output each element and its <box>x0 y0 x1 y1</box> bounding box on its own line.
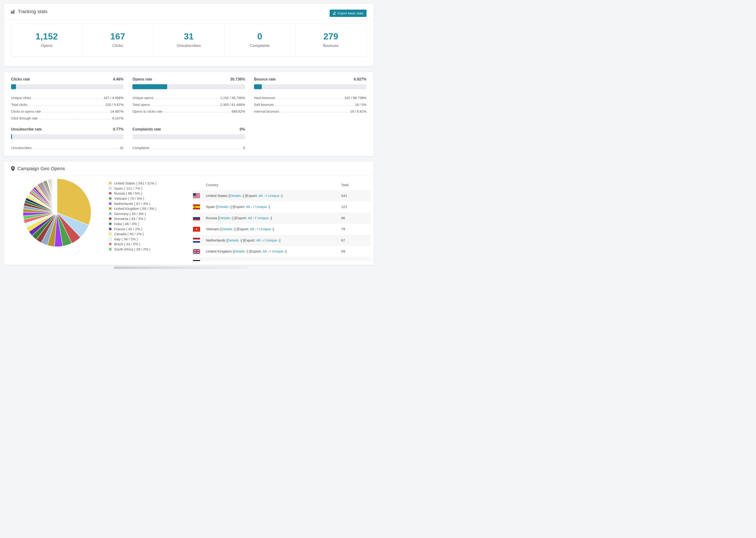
stat-line: Unique opens1,152 / 30.736% <box>133 93 245 100</box>
legend-swatch <box>108 232 112 236</box>
progress-bar-clicks <box>11 84 124 89</box>
progress-bar-unsubscribe <box>11 134 124 139</box>
export-all-link[interactable]: All › <box>246 205 252 209</box>
country-name: Russia [ <box>206 216 219 220</box>
separator-text: / <box>256 227 259 231</box>
total-cell: 59 <box>341 249 371 253</box>
separator-text: / <box>254 216 257 220</box>
export-all-link[interactable]: All › <box>262 249 269 253</box>
stat-label: Complaints <box>133 146 149 150</box>
export-unique-link[interactable]: Unique › <box>257 216 271 220</box>
legend-swatch <box>108 202 112 205</box>
details-link[interactable]: Details › <box>219 216 233 220</box>
progress-bar-fill <box>11 84 16 89</box>
stat-label: Unsubscribes <box>11 146 32 150</box>
country-name: United States [ <box>206 194 230 198</box>
progress-bar-fill <box>11 134 12 139</box>
details-link[interactable]: Details › <box>223 260 236 261</box>
legend-item[interactable]: Russia ( 86 / 5% ) <box>108 191 156 196</box>
export-all-link[interactable]: All › <box>250 227 256 231</box>
stat-line: Total opens2,303 / 61.446% <box>133 100 245 107</box>
export-all-link[interactable]: All › <box>248 216 254 220</box>
stat-line: Opens to clicks rate689.82% <box>133 107 245 113</box>
campaign-geo-opens-card: Campaign Geo Opens United States ( 541 /… <box>4 161 374 265</box>
legend-item[interactable]: Germany ( 55 / 3% ) <box>108 211 156 216</box>
bracket-text: ] <box>269 205 270 209</box>
legend-item[interactable]: Netherlands ( 67 / 4% ) <box>108 201 156 206</box>
stat-label: Total clicks <box>11 103 27 107</box>
legend-item[interactable]: India ( 46 / 3% ) <box>108 221 156 227</box>
bracket-text: ] [Export: <box>233 216 248 220</box>
horizontal-scrollbar[interactable] <box>114 266 248 269</box>
legend-item[interactable]: South Africa ( 29 / 2% ) <box>108 247 156 252</box>
export-unique-link[interactable]: Unique › <box>255 205 269 209</box>
legend-item[interactable]: France ( 42 / 2% ) <box>108 226 156 232</box>
rate-head: Complaints rate0% <box>133 127 245 132</box>
progress-bar-bounce <box>254 84 366 89</box>
legend-item[interactable]: Canada ( 40 / 2% ) <box>108 232 156 237</box>
legend-item[interactable]: United Kingdom ( 59 / 3% ) <box>108 206 156 211</box>
rate-block-unsubscribe: Unsubscribe rate0.77%Unsubscribes31 <box>11 127 124 150</box>
export-unique-link[interactable]: Unique › <box>259 227 273 231</box>
stat-label: Hard bounces <box>254 96 275 100</box>
rate-title: Bounce rate <box>254 77 276 81</box>
stat-line: Complaints0 <box>133 143 245 150</box>
page-title: Tracking stats <box>18 9 48 14</box>
export-all-link[interactable]: All › <box>258 194 265 198</box>
legend-label: Vietnam ( 79 / 5% ) <box>114 196 144 200</box>
legend-item[interactable]: Spain ( 121 / 7% ) <box>108 186 156 191</box>
geo-header: Campaign Geo Opens <box>4 161 374 176</box>
country-name: Vietnam [ <box>206 227 221 231</box>
ru-flag-icon <box>193 215 200 220</box>
legend-item[interactable]: Romania ( 49 / 3% ) <box>108 216 156 221</box>
bracket-text: ] <box>279 238 280 242</box>
legend-label: Canada ( 40 / 2% ) <box>114 232 144 236</box>
legend-swatch <box>108 227 112 231</box>
legend-swatch <box>108 182 112 185</box>
export-basic-stats-button[interactable]: Export basic stats <box>330 10 366 17</box>
legend-item[interactable]: Brazil ( 33 / 2% ) <box>108 242 156 247</box>
export-unique-link[interactable]: Unique › <box>272 249 286 253</box>
separator-text: / <box>265 194 268 198</box>
legend-item[interactable]: Italy ( 36 / 2% ) <box>108 237 156 242</box>
legend-item[interactable]: Vietnam ( 79 / 5% ) <box>108 196 156 201</box>
vn-flag-icon <box>193 227 200 232</box>
rate-title: Complaints rate <box>133 127 161 132</box>
details-link[interactable]: Details › <box>221 227 235 231</box>
export-all-link[interactable]: All › <box>256 238 263 242</box>
rate-head: Opens rate30.736% <box>133 77 245 81</box>
details-link[interactable]: Details › <box>228 238 241 242</box>
stat-line: Unique clicks167 / 4.456% <box>11 93 124 100</box>
details-link[interactable]: Details › <box>230 194 243 198</box>
legend-item[interactable]: United States ( 541 / 31% ) <box>108 181 156 186</box>
table-row-vn: Vietnam [Details ›] [Export: All › / Uni… <box>193 224 371 235</box>
geo-title: Campaign Geo Opens <box>17 166 65 171</box>
stat-value: 220 / 5.87% <box>105 103 124 107</box>
rate-value: 30.736% <box>230 77 245 81</box>
stat-label: Clicks to opens rate <box>11 110 41 113</box>
us-flag-icon <box>193 193 200 198</box>
export-unique-link[interactable]: Unique › <box>268 194 282 198</box>
details-link[interactable]: Details › <box>234 249 247 253</box>
summary-cell-opens: 1,152Opens <box>11 24 82 56</box>
export-all-link[interactable]: All › <box>252 260 258 261</box>
geo-table-header: Country Total <box>193 179 371 190</box>
stat-value: 1,152 / 30.736% <box>220 96 245 100</box>
stat-value: 14.497% <box>110 110 124 113</box>
summary-label: Complaints <box>250 43 270 48</box>
dotted-leader <box>275 105 353 106</box>
export-unique-link[interactable]: Unique › <box>261 260 275 261</box>
rate-title: Clicks rate <box>11 77 30 81</box>
export-unique-link[interactable]: Unique › <box>266 238 279 242</box>
geo-pie-chart[interactable] <box>22 178 92 247</box>
stat-line: Click through rate4.147% <box>11 113 124 120</box>
separator-text: / <box>269 249 272 253</box>
stat-value: 4.147% <box>112 116 124 120</box>
bracket-text: ] <box>286 249 287 253</box>
summary-cell-unsubscribes: 31Unsubscribes <box>153 24 225 56</box>
legend-label: Netherlands ( 67 / 4% ) <box>114 202 150 206</box>
details-link[interactable]: Details › <box>217 205 231 209</box>
bracket-text: ] [Export: <box>247 249 262 253</box>
summary-value: 1,152 <box>35 32 58 41</box>
summary-value: 31 <box>184 32 194 41</box>
